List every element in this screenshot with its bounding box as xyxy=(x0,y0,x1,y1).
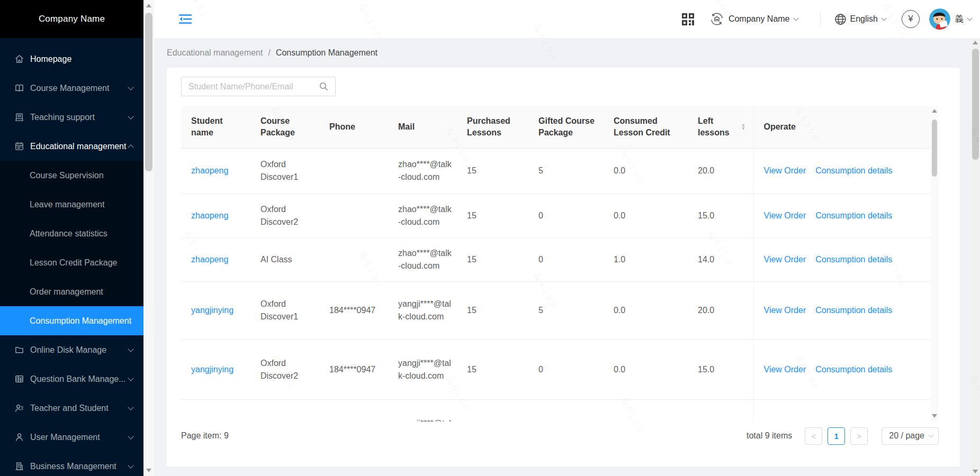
student-link[interactable]: zhaopeng xyxy=(191,166,228,175)
sidebar-item-label: Online Disk Manage xyxy=(30,345,106,355)
sidebar-item-homepage[interactable]: Homepage xyxy=(0,44,143,74)
sort-carets-icon[interactable]: ▲▼ xyxy=(741,123,746,131)
sidebar-item-label: Course Management xyxy=(30,84,109,93)
phone-cell xyxy=(319,400,388,422)
course-package-cell: Oxford Discover2 xyxy=(250,340,319,400)
search-icon[interactable] xyxy=(319,82,328,91)
col-student-name: Student name xyxy=(181,106,250,148)
sidebar-item-course-management[interactable]: Course Management xyxy=(0,74,143,103)
header-divider xyxy=(820,12,821,26)
teaching-device-icon xyxy=(14,112,24,122)
table-body-viewport: zhaopeng Oxford Discover1 zhao****@talk-… xyxy=(181,149,931,422)
phone-cell: 184****0947 xyxy=(319,282,388,340)
mail-cell: zhao****@talk-cloud.com xyxy=(388,238,457,282)
sidebar-item-teacher-and-student[interactable]: Teacher and Student xyxy=(0,393,143,423)
consumption-details-link[interactable]: Consumption details xyxy=(815,255,892,264)
table-footer: Page item: 9 total 9 items < 1 > 20 / pa… xyxy=(181,425,939,446)
view-order-link[interactable]: View Order xyxy=(764,306,806,315)
consumed-cell: 0.0 xyxy=(604,149,688,194)
view-order-link[interactable]: View Order xyxy=(764,166,806,175)
sidebar-item-attendance-statistics[interactable]: Attendance statistics xyxy=(0,219,143,248)
sidebar-item-teaching-support[interactable]: Teaching support xyxy=(0,103,143,132)
consumed-cell xyxy=(604,400,688,422)
grid-icon xyxy=(14,374,24,384)
sidebar-item-course-supervision[interactable]: Course Supervision xyxy=(0,161,143,190)
operate-cell: View OrderConsumption details xyxy=(753,238,931,282)
consumed-cell: 0.0 xyxy=(604,194,688,238)
chevron-down-icon xyxy=(128,113,133,119)
username-label: 義 xyxy=(955,14,964,25)
view-order-link[interactable]: View Order xyxy=(764,255,806,264)
search-input[interactable] xyxy=(182,82,319,91)
sidebar-item-label: Business Management xyxy=(30,462,116,471)
scroll-up-icon[interactable] xyxy=(932,109,937,113)
student-link[interactable]: yangjinying xyxy=(191,306,233,315)
main-scrollbar-thumb[interactable] xyxy=(972,49,979,160)
mail-cell: yangji****@talk-cloud.com xyxy=(388,340,457,400)
course-package-cell: Oxford Discover1 xyxy=(250,149,319,194)
col-left-lessons-label: Left lessons xyxy=(698,115,735,139)
chevron-down-icon xyxy=(128,346,133,352)
col-purchased-lessons: Purchased Lessons xyxy=(457,106,528,148)
sidebar-item-question-bank-manage[interactable]: Question Bank Manage... xyxy=(0,364,143,393)
scroll-down-icon[interactable] xyxy=(973,470,978,473)
prev-page-button[interactable]: < xyxy=(805,427,822,445)
sidebar-item-label: Leave management xyxy=(30,200,104,209)
sidebar-scrollbar-thumb[interactable] xyxy=(145,13,152,171)
student-link[interactable]: yangjinying xyxy=(191,365,233,374)
table-scrollbar-thumb[interactable] xyxy=(932,120,937,177)
user-menu[interactable]: 義 xyxy=(929,8,972,30)
col-consumed-lesson-credit: Consumed Lesson Credit xyxy=(604,106,688,148)
page-number-button[interactable]: 1 xyxy=(828,427,845,445)
folder-icon xyxy=(14,345,24,355)
consumption-details-link[interactable]: Consumption details xyxy=(815,306,892,315)
company-switcher[interactable]: Company Name xyxy=(709,12,798,26)
main-area: Company Name English ¥ xyxy=(154,0,980,476)
sidebar-scrollbar[interactable] xyxy=(143,0,154,476)
operate-cell: View OrderConsumption details xyxy=(753,194,931,238)
gifted-cell xyxy=(528,400,604,422)
col-left-lessons[interactable]: Left lessons ▲▼ xyxy=(688,106,753,148)
sidebar-item-lesson-credit-package[interactable]: Lesson Credit Package xyxy=(0,248,143,277)
header-right-cluster: Company Name English ¥ xyxy=(681,0,972,38)
student-link[interactable]: zhaopeng xyxy=(191,255,228,264)
main-scrollbar[interactable] xyxy=(971,38,980,476)
scroll-down-icon[interactable] xyxy=(932,414,937,418)
view-order-link[interactable]: View Order xyxy=(764,211,806,220)
view-order-link[interactable]: View Order xyxy=(764,365,806,374)
sidebar-item-label: Consumption Management xyxy=(30,316,131,326)
sidebar-item-label: Course Supervision xyxy=(30,171,104,180)
consumption-details-link[interactable]: Consumption details xyxy=(815,211,892,220)
menu-fold-icon[interactable] xyxy=(178,13,192,25)
sidebar-item-business-management[interactable]: Business Management xyxy=(0,452,143,476)
consumed-cell: 0.0 xyxy=(604,340,688,400)
sidebar-item-online-disk-manage[interactable]: Online Disk Manage xyxy=(0,335,143,364)
sidebar-item-educational-management[interactable]: Educational management xyxy=(0,132,143,161)
gifted-cell: 0 xyxy=(528,194,604,238)
gifted-cell: 5 xyxy=(528,282,604,340)
language-selector[interactable]: English xyxy=(834,13,886,25)
breadcrumb-parent[interactable]: Educational management xyxy=(167,48,263,58)
yen-currency-icon[interactable]: ¥ xyxy=(902,10,920,28)
table-scrollbar[interactable] xyxy=(931,106,938,421)
chevron-down-icon xyxy=(793,16,798,21)
sidebar-item-user-management[interactable]: User Management xyxy=(0,423,143,452)
next-page-button[interactable]: > xyxy=(850,427,868,445)
chevron-down-icon xyxy=(882,16,887,21)
chevron-down-icon xyxy=(128,84,133,90)
scroll-up-icon[interactable] xyxy=(146,4,151,7)
sidebar-item-consumption-management[interactable]: Consumption Management xyxy=(0,306,143,335)
page-size-select[interactable]: 20 / page xyxy=(882,427,939,445)
sidebar-item-leave-management[interactable]: Leave management xyxy=(0,190,143,219)
sidebar: Company Name Homepage Course Management … xyxy=(0,0,143,476)
globe-icon xyxy=(834,13,847,25)
scroll-down-icon[interactable] xyxy=(146,469,151,472)
consumption-details-link[interactable]: Consumption details xyxy=(815,166,892,175)
sidebar-item-label: Lesson Credit Package xyxy=(30,258,117,268)
operate-cell: View OrderConsumption details xyxy=(753,340,931,400)
student-link[interactable]: zhaopeng xyxy=(191,211,228,220)
scroll-up-icon[interactable] xyxy=(973,41,978,44)
sidebar-item-order-management[interactable]: Order management xyxy=(0,277,143,306)
consumption-details-link[interactable]: Consumption details xyxy=(815,365,892,374)
qr-code-icon[interactable] xyxy=(681,12,695,26)
